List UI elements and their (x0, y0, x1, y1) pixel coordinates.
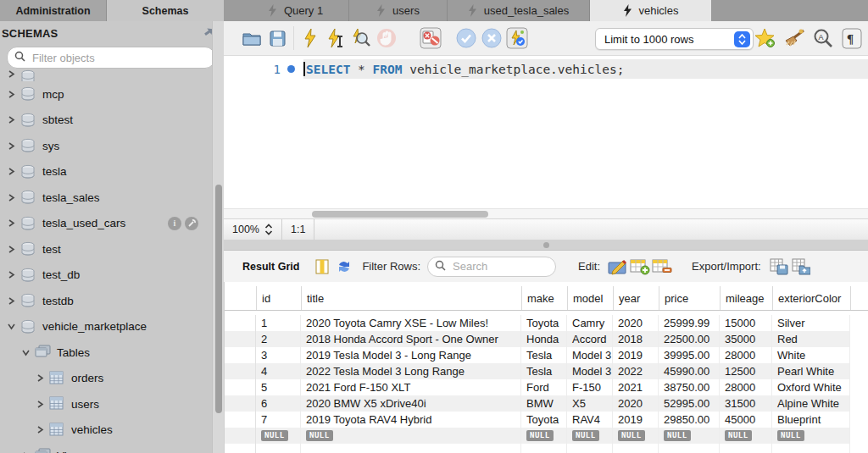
add-favorite-button[interactable] (753, 25, 778, 51)
tab-administration[interactable]: Administration (0, 0, 107, 21)
grid-search-box[interactable] (427, 257, 556, 277)
toggle-invisibles-button[interactable]: ¶ (839, 25, 865, 51)
cell-mileage[interactable]: 28000 (720, 347, 772, 363)
chevron-right-icon[interactable] (36, 426, 44, 434)
cell-exteriorColor[interactable] (772, 444, 850, 453)
cell-make[interactable]: BMW (521, 395, 567, 412)
row-gutter[interactable] (225, 363, 256, 379)
open-file-button[interactable] (239, 25, 264, 51)
chevron-right-icon[interactable] (8, 70, 15, 78)
cell-year[interactable]: 2018 (613, 331, 659, 347)
cell-title[interactable]: 2022 Tesla Model 3 Long Range (301, 363, 521, 379)
cell-price[interactable]: 22500.00 (659, 331, 720, 347)
cell-model[interactable]: Accord (567, 331, 613, 347)
cell-title[interactable]: 2018 Honda Accord Sport - One Owner (301, 331, 521, 347)
cell-id[interactable]: 6 (256, 395, 301, 412)
cell-year[interactable]: NULL (613, 428, 659, 444)
sidebar-item-users[interactable]: users (0, 391, 214, 417)
column-header-id[interactable]: id (257, 286, 302, 310)
chevron-right-icon[interactable] (8, 246, 15, 253)
cell-id[interactable]: 4 (256, 363, 301, 379)
sidebar-item-test[interactable]: test (0, 236, 214, 262)
sidebar-item-tesla_used_cars[interactable]: tesla_used_carsi (0, 211, 214, 237)
query-tab-vehicles[interactable]: vehicles (590, 0, 712, 21)
cell-id[interactable]: 7 (256, 412, 301, 428)
row-gutter[interactable] (225, 444, 256, 453)
cell-exteriorColor[interactable]: Blueprint (772, 412, 850, 428)
cell-price[interactable]: 25999.99 (659, 315, 720, 331)
chevron-right-icon[interactable] (8, 168, 15, 175)
toggle-columns-icon[interactable] (311, 256, 333, 278)
row-gutter[interactable] (225, 395, 256, 412)
cell-year[interactable]: 2021 (613, 379, 659, 395)
cell-id[interactable]: 3 (256, 347, 301, 363)
chevron-right-icon[interactable] (8, 116, 15, 124)
cell-model[interactable]: RAV4 (567, 412, 613, 428)
toggle-stop-on-error-button[interactable] (418, 25, 443, 51)
cell-make[interactable] (521, 444, 567, 453)
cell-price[interactable] (659, 444, 720, 453)
cell-model[interactable]: F-150 (567, 379, 613, 395)
sidebar-item-vehicles[interactable]: vehicles (0, 417, 214, 444)
cell-price[interactable]: NULL (659, 428, 720, 444)
execute-query-button[interactable] (298, 25, 323, 51)
cell-mileage[interactable] (720, 444, 772, 453)
cell-mileage[interactable]: 12500 (720, 363, 772, 379)
cell-id[interactable] (256, 444, 301, 453)
sidebar-item-mcp[interactable]: mcp (0, 81, 214, 108)
chevron-right-icon[interactable] (8, 297, 15, 305)
filter-objects-input[interactable] (31, 51, 208, 65)
cell-price[interactable]: 39995.00 (659, 347, 720, 363)
cell-model[interactable]: Model 3 (567, 347, 613, 363)
zoom-control[interactable]: 100% (224, 219, 281, 240)
column-header-title[interactable]: title (302, 286, 522, 310)
chevron-right-icon[interactable] (8, 219, 15, 227)
sidebar-item-tables[interactable]: Tables (0, 340, 214, 366)
row-gutter[interactable] (225, 412, 256, 428)
sidebar-item-testdb[interactable]: testdb (0, 288, 214, 314)
cell-id[interactable]: NULL (256, 428, 301, 444)
cell-title[interactable]: 2019 Tesla Model 3 - Long Range (301, 347, 521, 363)
query-tab-query-1[interactable]: Query 1 (242, 0, 349, 21)
explain-plan-button[interactable] (348, 25, 374, 51)
sql-statement[interactable]: SELECT * FROM vehicle_marketplace.vehicl… (303, 59, 868, 79)
tab-schemas[interactable]: Schemas (107, 0, 224, 21)
query-tab-used_tesla_sales[interactable]: used_tesla_sales (448, 0, 590, 21)
cell-price[interactable]: 38750.00 (659, 379, 720, 395)
cell-id[interactable]: 5 (256, 379, 301, 395)
export-grid-icon[interactable] (768, 256, 790, 278)
cell-id[interactable]: 2 (256, 331, 301, 347)
chevron-down-icon[interactable] (8, 323, 15, 330)
cell-price[interactable]: 45990.00 (659, 363, 720, 379)
cell-model[interactable]: NULL (567, 428, 613, 444)
cell-title[interactable]: 2019 Toyota RAV4 Hybrid (301, 412, 521, 428)
filter-objects-box[interactable] (7, 47, 215, 69)
cell-model[interactable] (567, 444, 613, 453)
sidebar-item-sbtest[interactable]: sbtest (0, 108, 214, 134)
cell-mileage[interactable]: 45000 (720, 412, 772, 428)
clear-query-button[interactable] (782, 25, 807, 51)
chevron-right-icon[interactable] (8, 91, 15, 98)
column-header-year[interactable]: year (614, 286, 659, 310)
cell-make[interactable]: Ford (521, 379, 567, 395)
cell-title[interactable]: 2021 Ford F-150 XLT (301, 379, 521, 395)
schema-info-icon[interactable]: i (168, 217, 181, 230)
sidebar-item-sys[interactable]: sys (0, 133, 214, 159)
cell-id[interactable]: 1 (256, 315, 301, 331)
editor-hscrollbar-thumb[interactable] (312, 211, 488, 218)
chevron-right-icon[interactable] (8, 142, 15, 150)
cell-exteriorColor[interactable]: Alpine White (772, 395, 850, 412)
cell-title[interactable]: 2020 Toyota Camry XSE - Low Miles! (301, 315, 521, 331)
cell-title[interactable] (301, 444, 521, 453)
cell-make[interactable]: Tesla (521, 347, 567, 363)
cell-model[interactable]: X5 (567, 395, 613, 412)
sidebar-item-orders[interactable]: orders (0, 366, 214, 392)
cell-year[interactable]: 2020 (613, 395, 659, 412)
cell-price[interactable]: 29850.00 (659, 412, 720, 428)
cell-mileage[interactable]: 15000 (720, 315, 772, 331)
stop-query-button[interactable] (374, 25, 399, 51)
column-header-exteriorColor[interactable]: exteriorColor (773, 286, 851, 310)
cell-exteriorColor[interactable]: White (772, 347, 850, 363)
column-header-model[interactable]: model (568, 286, 614, 310)
grid-search-input[interactable] (451, 259, 548, 273)
